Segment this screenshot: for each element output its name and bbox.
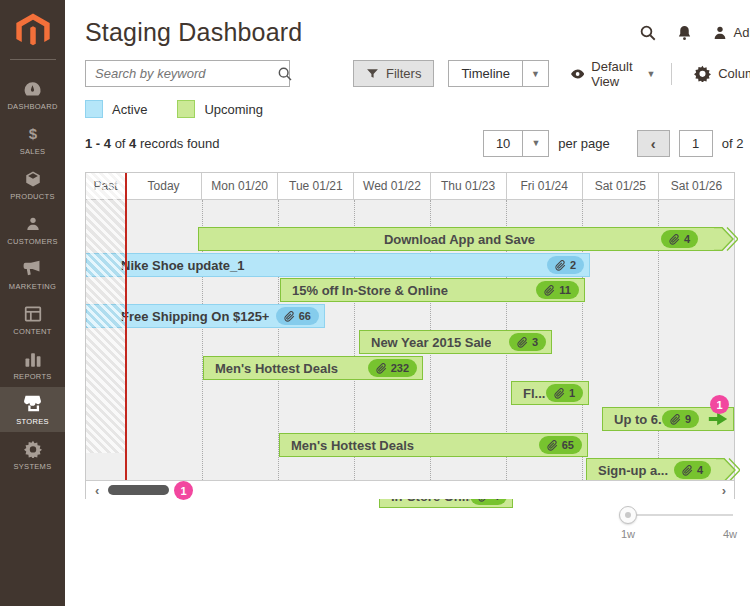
gantt-bar[interactable]: Free Shipping On $125+66 — [86, 304, 325, 328]
sidebar-item-customers[interactable]: CUSTOMERS — [0, 207, 65, 252]
paperclip-icon — [670, 414, 681, 425]
scrollbar-thumb[interactable] — [108, 485, 169, 495]
content-icon — [23, 304, 43, 324]
gantt-bar[interactable]: Sign-up a...4 — [586, 458, 716, 482]
sidebar-item-content[interactable]: CONTENT — [0, 297, 65, 342]
svg-text:$: $ — [28, 125, 37, 142]
magento-logo-icon[interactable] — [13, 11, 53, 51]
sidebar-item-marketing[interactable]: MARKETING — [0, 252, 65, 297]
admin-menu[interactable]: Admin ▼ — [712, 25, 750, 41]
slider-knob[interactable] — [619, 506, 637, 524]
timeline-column-header: Sat 01/26 — [659, 173, 734, 199]
timeline-column-header: Tue 01/21 — [278, 173, 354, 199]
global-search-icon[interactable] — [639, 24, 657, 42]
gantt-bar[interactable]: Nike Shoe update_12 — [86, 253, 590, 277]
continues-right-arrow-icon — [716, 458, 740, 482]
alert-badge[interactable]: 1 — [710, 395, 729, 414]
eye-icon — [571, 67, 584, 81]
gantt-bar[interactable]: Men's Hottest Deals232 — [203, 356, 423, 380]
scroll-right-icon[interactable]: › — [722, 481, 726, 500]
timeline-view-select[interactable]: Timeline ▼ — [448, 60, 549, 87]
current-page-input[interactable] — [679, 130, 713, 157]
legend-upcoming: Upcoming — [177, 100, 263, 118]
updates-count-badge[interactable]: 65 — [539, 436, 582, 454]
columns-menu[interactable]: Columns ▼ — [694, 65, 750, 82]
prev-page-button[interactable]: ‹ — [637, 130, 670, 157]
pages-total-label: of 2 — [722, 136, 744, 151]
sidebar-item-reports[interactable]: REPORTS — [0, 342, 65, 387]
gantt-bar[interactable]: Fl...1 — [511, 381, 589, 405]
sidebar-nav: DASHBOARD$SALESPRODUCTSCUSTOMERSMARKETIN… — [0, 72, 65, 477]
toolbar-divider — [671, 63, 672, 85]
sidebar-item-systems[interactable]: SYSTEMS — [0, 432, 65, 477]
gantt-bar[interactable]: Up to 6...91 — [602, 407, 734, 431]
sidebar-item-dashboard[interactable]: DASHBOARD — [0, 72, 65, 117]
gantt-bar[interactable]: New Year 2015 Sale3 — [359, 330, 552, 354]
timeline-zoom-slider: 1w 4w — [85, 503, 735, 545]
updates-count-badge[interactable]: 3 — [509, 333, 546, 351]
sidebar-item-stores[interactable]: STORES — [0, 387, 65, 432]
upcoming-swatch — [177, 100, 195, 118]
updates-count-badge[interactable]: 1 — [546, 384, 583, 402]
main-content: Staging Dashboard Admin ▼ Filters — [65, 0, 750, 606]
chevron-down-icon: ▼ — [647, 69, 656, 79]
sales-icon: $ — [23, 124, 43, 144]
updates-count-badge[interactable]: 11 — [536, 281, 579, 299]
slider-min-label: 1w — [616, 528, 640, 540]
sidebar-divider — [10, 59, 56, 60]
paperclip-icon — [669, 234, 680, 245]
updates-count-badge[interactable]: 232 — [368, 359, 417, 377]
reports-icon — [23, 349, 43, 369]
pagination: 10 ▼ per page ‹ of 2 › — [483, 130, 750, 157]
updates-count-badge[interactable]: 66 — [276, 307, 319, 325]
filters-button[interactable]: Filters — [353, 60, 434, 87]
gear-icon — [694, 65, 711, 82]
timeline-header-row: PastTodayMon 01/20Tue 01/21Wed 01/22Thu … — [86, 173, 734, 200]
sidebar-item-products[interactable]: PRODUCTS — [0, 162, 65, 207]
scroll-left-icon[interactable]: ‹ — [95, 481, 99, 500]
funnel-icon — [366, 67, 379, 80]
sidebar-item-label: SALES — [20, 147, 46, 156]
sidebar-item-label: DASHBOARD — [7, 102, 57, 111]
gantt-bar-label: Nike Shoe update_1 — [121, 258, 245, 273]
per-page-select[interactable]: 10 ▼ — [483, 130, 549, 157]
sidebar-item-label: CONTENT — [13, 327, 51, 336]
updates-count-badge[interactable]: 4 — [674, 461, 711, 479]
marketing-icon — [23, 259, 43, 279]
updates-count-badge[interactable]: 4 — [661, 230, 698, 248]
notifications-bell-icon[interactable] — [676, 24, 693, 42]
paperclip-icon — [682, 465, 693, 476]
timeline-column-header: Fri 01/24 — [507, 173, 583, 199]
timeline-column-header: Past — [86, 173, 126, 199]
active-swatch — [85, 100, 103, 118]
gantt-bar-label: Men's Hottest Deals — [291, 438, 414, 453]
search-icon[interactable] — [277, 61, 293, 86]
legend-active: Active — [85, 100, 147, 118]
timeline-column-header: Today — [126, 173, 202, 199]
timeline-grid: Download App and Save4Nike Shoe update_1… — [86, 200, 734, 480]
gantt-bar[interactable]: Men's Hottest Deals65 — [279, 433, 588, 457]
timeline-scrollbar: ‹ 1 › — [86, 480, 734, 499]
timeline-column-header: Wed 01/22 — [354, 173, 430, 199]
continues-right-arrow-icon — [714, 227, 738, 251]
default-view-menu[interactable]: Default View ▼ — [571, 59, 655, 89]
timeline-column-header: Thu 01/23 — [431, 173, 507, 199]
gantt-bar[interactable]: 15% off In-Store & Online11 — [280, 278, 585, 302]
sidebar-item-sales[interactable]: $SALES — [0, 117, 65, 162]
sidebar-item-label: REPORTS — [13, 372, 51, 381]
search-input[interactable] — [86, 66, 277, 81]
scroll-alert-badge[interactable]: 1 — [174, 481, 193, 500]
products-icon — [23, 169, 43, 189]
gantt-bar[interactable]: Download App and Save4 — [198, 227, 714, 251]
paperclip-icon — [284, 311, 295, 322]
per-page-label: per page — [558, 136, 609, 151]
paperclip-icon — [517, 337, 528, 348]
gantt-bar-label: Fl... — [523, 386, 545, 401]
slider-max-label: 4w — [713, 528, 737, 540]
slider-track[interactable] — [628, 514, 733, 516]
paperclip-icon — [554, 388, 565, 399]
keyword-search — [85, 60, 290, 87]
updates-count-badge[interactable]: 2 — [547, 256, 584, 274]
paperclip-icon — [555, 260, 566, 271]
updates-count-badge[interactable]: 9 — [662, 410, 699, 428]
